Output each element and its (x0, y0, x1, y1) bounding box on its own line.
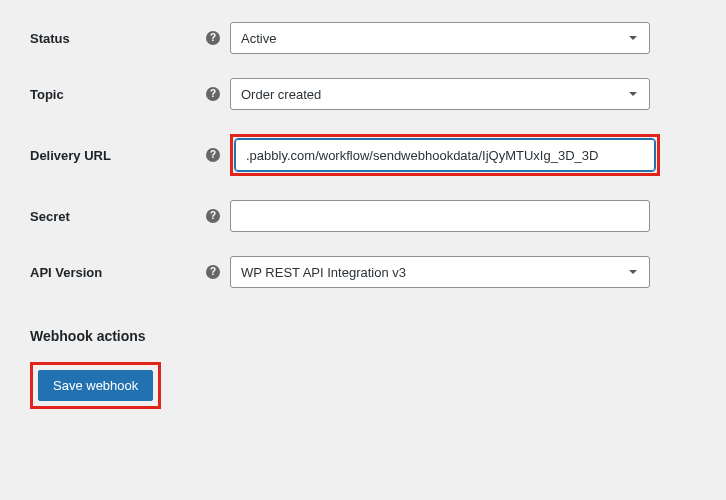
delivery-url-label-cell: Delivery URL ? (30, 122, 230, 188)
secret-label-cell: Secret ? (30, 188, 230, 244)
help-icon[interactable]: ? (206, 209, 220, 223)
topic-select[interactable]: Order created (230, 78, 650, 110)
status-label: Status (30, 31, 70, 46)
webhook-actions-heading: Webhook actions (30, 328, 696, 344)
help-icon[interactable]: ? (206, 148, 220, 162)
status-label-cell: Status ? (30, 10, 230, 66)
save-webhook-button[interactable]: Save webhook (38, 370, 153, 401)
api-version-select[interactable]: WP REST API Integration v3 (230, 256, 650, 288)
save-button-highlight: Save webhook (30, 362, 161, 409)
webhook-form-table: Status ? Active Topic ? Order created (30, 10, 696, 300)
topic-label-cell: Topic ? (30, 66, 230, 122)
api-version-label-cell: API Version ? (30, 244, 230, 300)
delivery-url-highlight (230, 134, 660, 176)
help-icon[interactable]: ? (206, 265, 220, 279)
help-icon[interactable]: ? (206, 31, 220, 45)
api-version-label: API Version (30, 265, 102, 280)
secret-input[interactable] (230, 200, 650, 232)
topic-label: Topic (30, 87, 64, 102)
help-icon[interactable]: ? (206, 87, 220, 101)
secret-label: Secret (30, 209, 70, 224)
status-select[interactable]: Active (230, 22, 650, 54)
submit-wrap: Save webhook (30, 362, 696, 409)
delivery-url-label: Delivery URL (30, 148, 111, 163)
delivery-url-input[interactable] (235, 139, 655, 171)
